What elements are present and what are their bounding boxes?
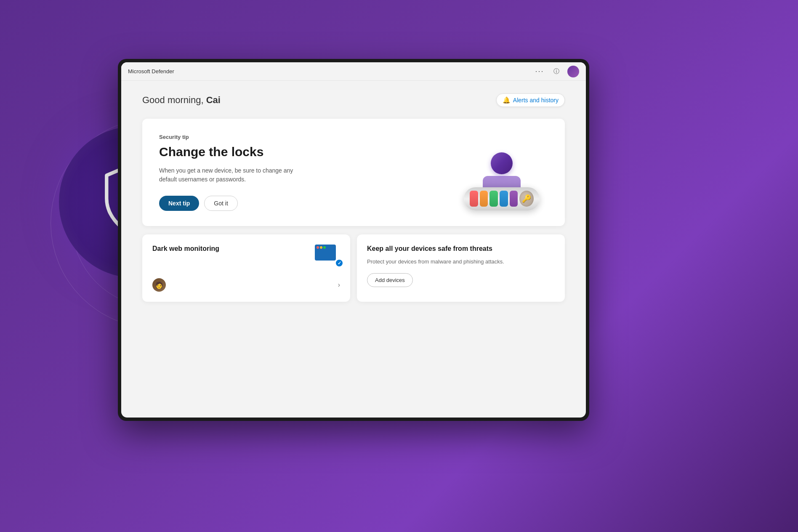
chevron-right-icon: ›	[338, 281, 340, 289]
lock-segment-4	[500, 191, 508, 207]
person-figure	[483, 152, 521, 193]
security-tip-card: Security tip Change the locks When you g…	[142, 119, 565, 226]
got-it-button[interactable]: Got it	[204, 196, 237, 211]
bottom-cards: Dark web monitoring ✓	[142, 234, 565, 302]
greeting-prefix: Good morning,	[142, 95, 206, 105]
alerts-history-button[interactable]: 🔔 Alerts and history	[496, 93, 565, 107]
devices-safe-card: Keep all your devices safe from threats …	[357, 234, 565, 302]
header-row: Good morning, Cai 🔔 Alerts and history	[142, 93, 565, 107]
greeting-name: Cai	[206, 95, 221, 105]
lock-segment-3	[489, 191, 498, 207]
user-avatar-icon: 🧑	[155, 281, 163, 289]
top-bar: Microsoft Defender ··· ⓘ	[121, 62, 586, 81]
user-avatar-small: 🧑	[152, 278, 166, 292]
more-options-button[interactable]: ···	[534, 66, 545, 77]
app-title: Microsoft Defender	[128, 68, 174, 74]
dark-web-card-title: Dark web monitoring	[152, 245, 219, 253]
monitor-illustration: ✓	[315, 245, 340, 266]
monitor-screen	[315, 245, 336, 261]
lock-cylinder: 🔑	[464, 187, 540, 210]
lock-keyhole: 🔑	[519, 191, 534, 207]
laptop-frame: Microsoft Defender ··· ⓘ Good morning, C…	[118, 59, 589, 421]
dot-green	[323, 246, 326, 249]
avatar[interactable]	[567, 66, 579, 77]
check-badge: ✓	[335, 259, 343, 267]
card-dark-web-footer: 🧑 ›	[152, 278, 340, 292]
devices-card-title: Keep all your devices safe from threats	[367, 245, 555, 253]
card-dark-web-header: Dark web monitoring ✓	[152, 245, 340, 266]
screen: Microsoft Defender ··· ⓘ Good morning, C…	[121, 62, 586, 418]
lock-segment-1	[470, 191, 478, 207]
security-tip-description: When you get a new device, be sure to ch…	[159, 166, 311, 184]
monitor-dot-row	[317, 246, 326, 249]
top-bar-actions: ··· ⓘ	[534, 66, 579, 77]
security-tip-buttons: Next tip Got it	[159, 196, 370, 211]
dot-red	[317, 246, 319, 249]
security-card-content: Security tip Change the locks When you g…	[159, 134, 370, 211]
dark-web-monitoring-card[interactable]: Dark web monitoring ✓	[142, 234, 350, 302]
lock-segment-2	[480, 191, 488, 207]
security-illustration: 🔑	[455, 135, 548, 210]
dots-icon: ···	[535, 67, 544, 76]
security-tip-title: Change the locks	[159, 144, 370, 160]
main-content: Good morning, Cai 🔔 Alerts and history S…	[121, 81, 586, 418]
next-tip-button[interactable]: Next tip	[159, 196, 199, 211]
lock-segment-5	[510, 191, 518, 207]
dot-yellow	[320, 246, 322, 249]
greeting: Good morning, Cai	[142, 95, 221, 106]
add-devices-button[interactable]: Add devices	[367, 273, 413, 287]
help-button[interactable]: ⓘ	[551, 66, 562, 77]
alerts-btn-label: Alerts and history	[513, 97, 559, 104]
help-icon: ⓘ	[553, 68, 559, 75]
devices-card-description: Protect your devices from malware and ph…	[367, 258, 555, 266]
security-tip-label: Security tip	[159, 134, 370, 140]
bell-icon: 🔔	[503, 96, 511, 104]
person-head	[491, 152, 513, 174]
